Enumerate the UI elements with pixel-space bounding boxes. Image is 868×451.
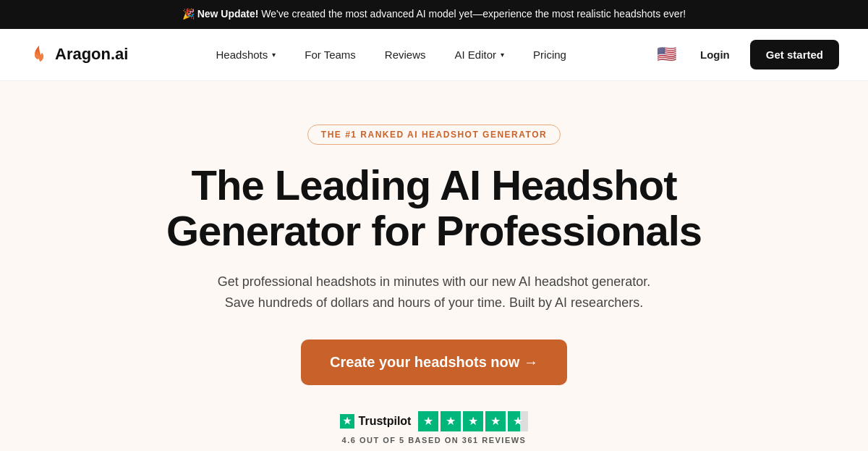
flame-icon [29, 44, 49, 64]
announcement-message: We've created the most advanced AI model… [261, 8, 686, 20]
flag-icon[interactable]: 🇺🇸 [654, 41, 680, 67]
nav-right: 🇺🇸 Login Get started [654, 40, 839, 69]
hero-subtitle: Get professional headshots in minutes wi… [210, 271, 658, 313]
star-4: ★ [485, 411, 506, 431]
star-2: ★ [441, 411, 461, 431]
nav-item-for-teams[interactable]: For Teams [293, 43, 367, 67]
trustpilot-section: ★ Trustpilot ★ ★ ★ ★ ★ 4.6 OUT OF 5 BASE… [29, 411, 839, 444]
trustpilot-review-text: 4.6 OUT OF 5 BASED ON 361 REVIEWS [342, 436, 527, 444]
chevron-down-icon: ▾ [272, 51, 276, 59]
announcement-bold: New Update! [197, 8, 259, 20]
star-3: ★ [463, 411, 483, 431]
trustpilot-row: ★ Trustpilot ★ ★ ★ ★ ★ [340, 411, 529, 431]
nav-item-pricing[interactable]: Pricing [522, 43, 578, 67]
announcement-prefix: 🎉 [182, 8, 195, 20]
cta-button[interactable]: Create your headshots now → [301, 340, 567, 385]
star-5-half: ★ [508, 411, 528, 431]
chevron-down-icon-2: ▾ [501, 51, 504, 59]
nav-item-ai-editor[interactable]: AI Editor ▾ [443, 43, 516, 67]
star-1: ★ [418, 411, 438, 431]
main-nav: Aragon.ai Headshots ▾ For Teams Reviews … [0, 29, 868, 81]
nav-item-headshots[interactable]: Headshots ▾ [205, 43, 288, 67]
logo-link[interactable]: Aragon.ai [29, 44, 128, 64]
trustpilot-logo: ★ Trustpilot [340, 414, 412, 429]
nav-item-reviews[interactable]: Reviews [373, 43, 438, 67]
logo-text: Aragon.ai [55, 45, 128, 64]
hero-badge: THE #1 RANKED AI HEADSHOT GENERATOR [307, 125, 561, 145]
trustpilot-star-icon: ★ [340, 414, 354, 429]
nav-links: Headshots ▾ For Teams Reviews AI Editor … [205, 43, 578, 67]
hero-section: THE #1 RANKED AI HEADSHOT GENERATOR The … [0, 81, 868, 451]
get-started-button[interactable]: Get started [750, 40, 839, 69]
login-link[interactable]: Login [692, 43, 739, 67]
trustpilot-stars: ★ ★ ★ ★ ★ [418, 411, 528, 431]
hero-title: The Leading AI Headshot Generator for Pr… [145, 162, 723, 255]
announcement-bar: 🎉 New Update! We've created the most adv… [0, 0, 868, 29]
